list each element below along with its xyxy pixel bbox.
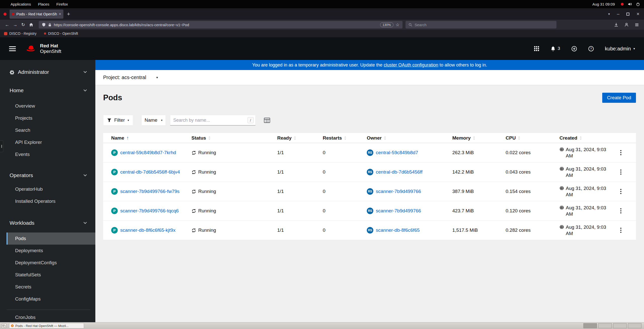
pods-table: Name ↑ Status Ready Restarts [103, 133, 636, 240]
quick-create-plus-icon[interactable] [571, 46, 577, 52]
side-panel-pull-tab[interactable] [0, 141, 3, 152]
column-header-status[interactable]: Status [191, 135, 277, 141]
taskbar-window-button[interactable]: Pods - Red Hat OpenShift — Mozil... [9, 323, 84, 328]
column-header-memory[interactable]: Memory [452, 135, 506, 141]
owner-link[interactable]: central-59c849b8d7 [376, 150, 418, 155]
sidebar-section-home[interactable]: Home [0, 85, 95, 96]
perspective-switcher[interactable]: Administrator [0, 67, 95, 78]
app-launcher-grid-icon[interactable] [534, 46, 539, 51]
volume-icon[interactable] [628, 2, 632, 6]
filter-dropdown[interactable]: Filter ▾ [103, 115, 133, 125]
column-header-created[interactable]: Created [559, 135, 614, 141]
sidebar-item-events[interactable]: Events [0, 148, 95, 160]
sidebar-item-secrets[interactable]: Secrets [0, 281, 95, 293]
firefox-search-bar[interactable] [406, 21, 556, 28]
nav-toggle-hamburger-icon[interactable] [9, 46, 16, 51]
home-button[interactable] [27, 22, 35, 27]
downloads-icon[interactable] [614, 23, 618, 27]
filter-attribute-select[interactable]: Name ▾ [141, 115, 166, 125]
registry-favicon [4, 32, 7, 35]
applications-menu[interactable]: Applications [7, 2, 34, 6]
help-question-icon[interactable]: ? [588, 46, 594, 52]
sidebar-item-configmaps[interactable]: ConfigMaps [0, 293, 95, 305]
pod-name-link[interactable]: scanner-7b9d499766-fw79s [120, 189, 180, 194]
row-kebab-menu[interactable] [618, 207, 624, 215]
window-minimize-button[interactable]: – [617, 11, 619, 17]
column-header-owner[interactable]: Owner [367, 135, 452, 141]
sidebar-section-operators[interactable]: Operators [0, 170, 95, 181]
sidebar-item-deploymentconfigs[interactable]: DeploymentConfigs [0, 257, 95, 269]
firefox-app-menu[interactable]: Firefox [53, 2, 71, 6]
pod-name-link[interactable]: central-59c849b8d7-7krhd [120, 150, 176, 155]
sort-ascending-icon[interactable]: ↑ [127, 135, 129, 141]
list-all-tabs-icon[interactable]: ▾ [608, 12, 610, 16]
sidebar-item-api-explorer[interactable]: API Explorer [0, 136, 95, 148]
sidebar-item-statefulsets[interactable]: StatefulSets [0, 269, 95, 281]
account-icon[interactable] [624, 23, 629, 27]
workspace-4[interactable] [628, 323, 641, 328]
pod-name-link[interactable]: scanner-7b9d499766-tqcq6 [120, 208, 179, 214]
tab-close-icon[interactable]: × [59, 12, 61, 16]
workspace-3[interactable] [613, 323, 627, 328]
column-header-restarts[interactable]: Restarts [323, 135, 367, 141]
firefox-search-input[interactable] [415, 23, 553, 27]
ready-cell: 1/1 [277, 169, 323, 175]
owner-link[interactable]: scanner-7b9d499766 [376, 189, 421, 194]
back-button[interactable]: ← [3, 22, 11, 27]
menu-icon[interactable] [635, 23, 639, 27]
sidebar-item-projects[interactable]: Projects [0, 112, 95, 124]
column-header-name[interactable]: Name ↑ [111, 135, 191, 141]
sidebar-item-pods[interactable]: Pods [7, 233, 95, 245]
cluster-oauth-configuration-link[interactable]: cluster OAuth configuration [384, 62, 438, 68]
power-icon[interactable] [636, 2, 640, 6]
search-by-name-input[interactable] [170, 115, 256, 125]
sidebar-item-deployments[interactable]: Deployments [0, 245, 95, 257]
sidebar-item-cronjobs[interactable]: CronJobs [0, 311, 95, 322]
column-header-ready[interactable]: Ready [277, 135, 323, 141]
padlock-icon[interactable] [48, 23, 52, 27]
sidebar-item-installed-operators[interactable]: Installed Operators [0, 195, 95, 207]
owner-link[interactable]: scanner-db-8f6c6f65 [376, 227, 420, 233]
sort-icon [294, 136, 296, 140]
workspace-1[interactable] [583, 323, 597, 328]
window-close-button[interactable]: × [636, 11, 639, 17]
project-selector[interactable]: Project: acs-central ▾ [95, 70, 644, 85]
sidebar-section-workloads[interactable]: Workloads [0, 217, 95, 229]
reload-button[interactable]: ↻ [19, 22, 27, 27]
row-kebab-menu[interactable] [618, 187, 624, 195]
sidebar-item-search[interactable]: Search [0, 124, 95, 136]
tracking-protection-shield-icon[interactable] [42, 23, 46, 27]
window-maximize-button[interactable] [626, 13, 629, 16]
openshift-bookmark-favicon [44, 32, 46, 35]
clock[interactable]: Aug 31 09:09 [592, 2, 615, 6]
bookmark-disco-registry[interactable]: DISCO - Registry [4, 31, 36, 36]
notifications-bell[interactable]: 3 [550, 46, 560, 51]
sidebar-item-operatorhub[interactable]: OperatorHub [0, 183, 95, 195]
row-kebab-menu[interactable] [618, 168, 624, 176]
url-bar[interactable]: 130% ☆ [39, 21, 403, 28]
bookmark-disco-openshift[interactable]: DISCO - OpenShift [44, 31, 78, 36]
manage-columns-button[interactable] [264, 117, 270, 123]
user-menu[interactable]: kube:admin ▾ [605, 46, 635, 52]
places-menu[interactable]: Places [34, 2, 53, 6]
owner-link[interactable]: central-db-7d6b5456ff [376, 169, 423, 175]
zoom-level-badge[interactable]: 130% [380, 22, 393, 27]
row-kebab-menu[interactable] [618, 149, 624, 157]
show-windows-icon[interactable] [2, 323, 7, 328]
firefox-tab-bar: Pods - Red Hat OpenShift × + ▾ – × [0, 8, 644, 20]
column-header-cpu[interactable]: CPU [506, 135, 559, 141]
create-pod-button[interactable]: Create Pod [602, 93, 636, 103]
pod-name-link[interactable]: scanner-db-8f6c6f65-kjt9x [120, 227, 176, 233]
owner-link[interactable]: scanner-7b9d499766 [376, 208, 421, 214]
url-input[interactable] [54, 23, 378, 27]
bookmark-star-icon[interactable]: ☆ [396, 22, 399, 27]
workspace-2[interactable] [598, 323, 612, 328]
chevron-down-icon [84, 88, 87, 91]
row-kebab-menu[interactable] [618, 226, 624, 234]
new-tab-button[interactable]: + [67, 11, 70, 17]
ready-cell: 1/1 [277, 189, 323, 194]
pod-name-link[interactable]: central-db-7d6b5456ff-6bjv4 [120, 169, 180, 175]
forward-button[interactable]: → [11, 22, 19, 27]
browser-tab[interactable]: Pods - Red Hat OpenShift × [10, 10, 63, 19]
sidebar-item-overview[interactable]: Overview [0, 100, 95, 112]
